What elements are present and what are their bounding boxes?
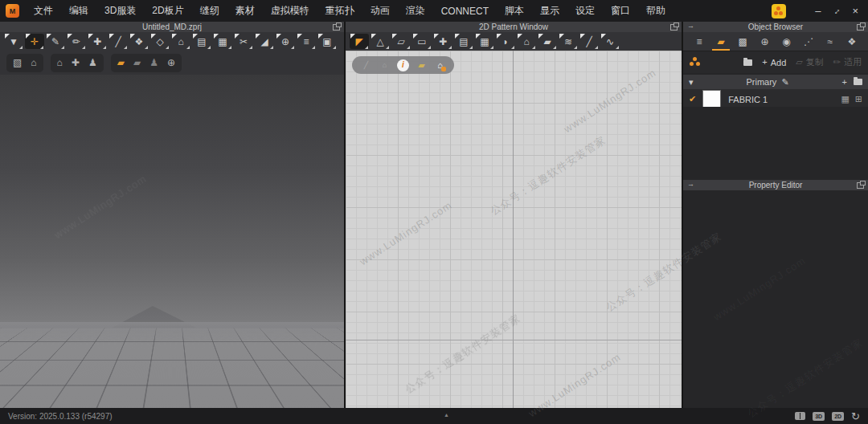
expand-icon[interactable]: ▾ bbox=[689, 77, 694, 88]
menu-item[interactable]: CONNECT bbox=[433, 6, 497, 17]
simulate-dropdown-tool[interactable]: ▼ bbox=[4, 34, 23, 49]
overlay-toggle-pill: ╱⌂i▰⌂ bbox=[352, 56, 454, 74]
split-view-icon[interactable] bbox=[795, 412, 805, 420]
show-pin-toggle[interactable]: ✚ bbox=[72, 58, 80, 67]
panel-2d-title: 2D Pattern Window bbox=[479, 22, 548, 31]
menu-item[interactable]: 文件 bbox=[26, 4, 61, 18]
view-2d-button[interactable]: 2D bbox=[832, 412, 844, 421]
apply-button[interactable]: ✏ 适用 bbox=[833, 56, 862, 68]
bounding-tool[interactable]: ▣ bbox=[317, 34, 337, 49]
tab-topstitch[interactable]: ⋰ bbox=[799, 32, 818, 51]
close-button[interactable]: × bbox=[852, 6, 858, 16]
select-brush-tool[interactable]: ✏ bbox=[67, 34, 86, 49]
menu-item[interactable]: 素材 bbox=[227, 4, 263, 18]
reset-view-icon[interactable]: ↻ bbox=[851, 411, 860, 422]
viewport-3d[interactable] bbox=[0, 75, 344, 408]
sewing-tool[interactable]: ╱ bbox=[108, 34, 128, 49]
undock-icon[interactable] bbox=[670, 24, 678, 31]
copy-button[interactable]: ▱ 复制 bbox=[796, 56, 823, 68]
dock-arrow-icon[interactable]: → bbox=[687, 22, 694, 30]
tab-fabric[interactable]: ▰ bbox=[711, 32, 731, 51]
show-grid-globe-toggle[interactable]: ⊕ bbox=[167, 58, 175, 67]
rename-pencil-icon[interactable]: ✎ bbox=[781, 77, 788, 88]
show-3d-garment-toggle[interactable]: ⌂ bbox=[31, 58, 36, 67]
menu-item[interactable]: 窗口 bbox=[603, 4, 638, 18]
menu-item[interactable]: 显示 bbox=[532, 4, 567, 18]
tab-puckering[interactable]: ≈ bbox=[821, 32, 840, 51]
menu-item[interactable]: 2D板片 bbox=[144, 4, 191, 18]
edit-pattern-tool[interactable]: △ bbox=[371, 34, 390, 49]
add-fabric-icon[interactable]: + bbox=[842, 77, 847, 87]
stitch-machine-tool[interactable]: ▤ bbox=[192, 34, 211, 49]
add-button[interactable]: + Add bbox=[762, 58, 786, 67]
show-figure-toggle[interactable]: ♟ bbox=[149, 58, 158, 67]
remesh-grid-tool[interactable]: ▦ bbox=[213, 34, 232, 49]
panel-expand-marker[interactable]: ▲ bbox=[444, 412, 449, 418]
focus-target-tool[interactable]: ⊕ bbox=[276, 34, 295, 49]
maximize-button[interactable]: ↔ bbox=[830, 5, 843, 18]
pleats-tool[interactable]: ≋ bbox=[559, 34, 578, 49]
fabric-overlay-toggle[interactable]: ▰ bbox=[416, 59, 428, 71]
polygon-tool[interactable]: ▱ bbox=[391, 34, 411, 49]
view-3d-button[interactable]: 3D bbox=[813, 412, 825, 421]
cut-sew-tool[interactable]: ✂ bbox=[234, 34, 253, 49]
sewing-tool-2d[interactable]: ▤ bbox=[454, 34, 473, 49]
menu-item[interactable]: 虚拟模特 bbox=[263, 4, 317, 18]
grading-tool[interactable]: ▦ bbox=[475, 34, 494, 49]
minimize-button[interactable]: – bbox=[815, 6, 821, 16]
rectangle-tool[interactable]: ▭ bbox=[412, 34, 432, 49]
show-pattern-toggle[interactable]: ▰ bbox=[133, 58, 141, 67]
show-fabric-toggle[interactable]: ▰ bbox=[117, 58, 125, 67]
select-move-tool[interactable]: ✛ bbox=[25, 34, 44, 49]
pin-tool-2d[interactable]: ✚ bbox=[433, 34, 452, 49]
clone-fabric-icon[interactable]: ⊞ bbox=[855, 94, 862, 104]
menu-item[interactable]: 动画 bbox=[362, 4, 398, 18]
menu-item[interactable]: 渲染 bbox=[398, 4, 433, 18]
show-3d-mesh-toggle[interactable]: ▧ bbox=[13, 58, 22, 67]
shirt-overlay-toggle[interactable]: ⌂ bbox=[379, 59, 391, 71]
flatten-tool[interactable]: ◇ bbox=[150, 34, 170, 49]
avatar-tool[interactable]: ⌂ bbox=[171, 34, 190, 49]
tab-button[interactable]: ⊕ bbox=[755, 32, 774, 51]
measure-tool[interactable]: ≡ bbox=[297, 34, 316, 49]
menu-item[interactable]: 脚本 bbox=[497, 4, 532, 18]
show-avatar-toggle[interactable]: ♟ bbox=[88, 58, 97, 67]
group-folder-icon[interactable] bbox=[854, 79, 862, 85]
menu-item[interactable]: 帮助 bbox=[638, 4, 674, 18]
menu-item[interactable]: 编辑 bbox=[61, 4, 96, 18]
main-menu: 文件编辑3D服装2D板片缝纫素材虚拟模特重拓扑动画渲染CONNECT脚本显示设定… bbox=[26, 4, 674, 18]
dock-arrow-icon[interactable]: → bbox=[687, 180, 694, 188]
tack-tool[interactable]: ◢ bbox=[255, 34, 274, 49]
add-folder-button[interactable] bbox=[743, 59, 752, 66]
tab-scene-list[interactable]: ≡ bbox=[690, 32, 709, 51]
pen-overlay-toggle[interactable]: ╱ bbox=[360, 59, 372, 71]
fabric-swatch[interactable] bbox=[702, 90, 721, 108]
fabric-piece-tool[interactable]: ▰ bbox=[538, 34, 557, 49]
tab-buttonhole[interactable]: ◉ bbox=[777, 32, 796, 51]
arrangement-tool[interactable]: ❖ bbox=[129, 34, 149, 49]
sync-garment-tool[interactable]: ⌂ bbox=[517, 34, 536, 49]
elastic-tool[interactable]: ∿ bbox=[600, 34, 620, 49]
toggle-group-surface: ▰▰♟⊕ bbox=[111, 54, 182, 72]
baste-tool[interactable]: ╱ bbox=[579, 34, 599, 49]
menu-item[interactable]: 3D服装 bbox=[96, 4, 144, 18]
undock-icon[interactable] bbox=[857, 24, 864, 31]
show-garment-toggle[interactable]: ⌂ bbox=[57, 58, 63, 67]
pin-tool[interactable]: ✚ bbox=[88, 34, 107, 49]
menu-item[interactable]: 设定 bbox=[567, 4, 603, 18]
info-overlay-toggle[interactable]: i bbox=[397, 59, 409, 71]
tab-graphic[interactable]: ▩ bbox=[733, 32, 752, 51]
tab-trim[interactable]: ❖ bbox=[842, 32, 862, 51]
assign-pattern-icon[interactable]: ▦ bbox=[841, 94, 849, 104]
panel-2d-pattern: 2D Pattern Window ◤△▱▭✚▤▦◗⌂▰≋╱∿ ╱⌂i▰⌂ bbox=[346, 22, 683, 408]
undock-icon[interactable] bbox=[333, 24, 340, 31]
lock-shirt-overlay-toggle[interactable]: ⌂ bbox=[434, 59, 446, 71]
pattern-canvas[interactable]: ╱⌂i▰⌂ bbox=[346, 51, 682, 408]
object-browser-empty-area bbox=[683, 107, 868, 180]
menu-item[interactable]: 缝纫 bbox=[192, 4, 227, 18]
undock-icon[interactable] bbox=[857, 182, 864, 189]
menu-item[interactable]: 重拓扑 bbox=[317, 4, 362, 18]
select-pen-tool[interactable]: ✎ bbox=[46, 34, 65, 49]
iron-tool[interactable]: ◗ bbox=[496, 34, 515, 49]
transform-pattern-tool[interactable]: ◤ bbox=[350, 34, 369, 49]
